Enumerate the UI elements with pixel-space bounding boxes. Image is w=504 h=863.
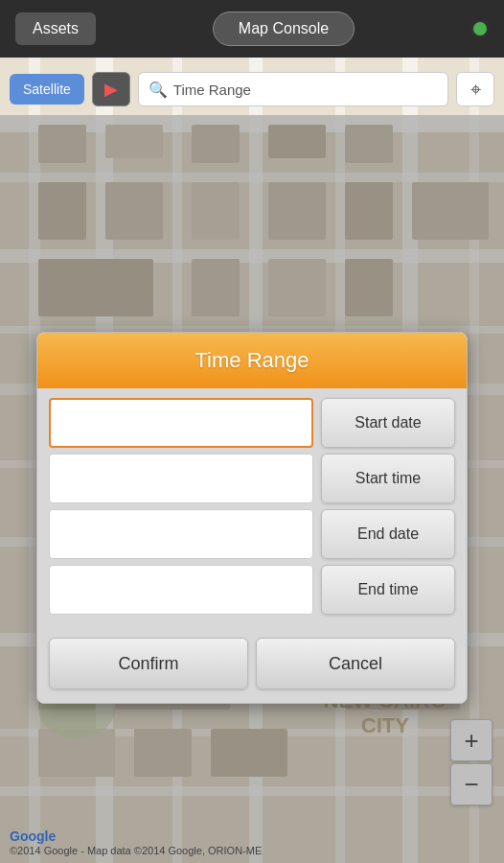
map-toolbar: Satellite ▶ 🔍 Time Range ⌖ (10, 67, 494, 111)
start-time-row: Start time (49, 454, 455, 503)
search-label: Time Range (173, 82, 251, 98)
end-date-row: End date (49, 509, 455, 559)
dialog-overlay: Time Range Start date Start time End dat… (0, 115, 504, 863)
start-time-input[interactable] (49, 454, 313, 503)
location-button[interactable]: ⌖ (456, 72, 494, 106)
video-button[interactable]: ▶ (92, 72, 130, 106)
dialog-body: Start date Start time End date End time (37, 388, 467, 630)
end-date-button[interactable]: End date (321, 509, 455, 559)
start-date-input[interactable] (49, 398, 313, 448)
end-time-input[interactable] (49, 565, 313, 615)
end-date-input[interactable] (49, 509, 313, 559)
top-bar: Assets Map Console (0, 0, 504, 58)
dialog-footer: Confirm Cancel (37, 630, 467, 703)
map-console-button[interactable]: Map Console (213, 12, 355, 46)
status-indicator (471, 20, 489, 37)
end-time-button[interactable]: End time (321, 565, 455, 615)
confirm-button[interactable]: Confirm (49, 638, 248, 689)
start-date-row: Start date (49, 398, 455, 448)
assets-button[interactable]: Assets (15, 12, 96, 45)
start-time-button[interactable]: Start time (321, 454, 455, 503)
location-icon: ⌖ (470, 79, 481, 101)
satellite-button[interactable]: Satellite (10, 74, 84, 105)
search-icon: 🔍 (149, 81, 168, 99)
dialog-header: Time Range (37, 333, 467, 388)
end-time-row: End time (49, 565, 455, 615)
video-icon: ▶ (104, 79, 118, 100)
cancel-button[interactable]: Cancel (256, 638, 455, 689)
start-date-button[interactable]: Start date (321, 398, 455, 448)
dialog-title: Time Range (195, 348, 309, 372)
time-range-dialog: Time Range Start date Start time End dat… (36, 332, 468, 704)
map-area: Satellite ▶ 🔍 Time Range ⌖ NEW CAIROCITY… (0, 58, 504, 863)
search-bar: 🔍 Time Range (138, 72, 448, 106)
